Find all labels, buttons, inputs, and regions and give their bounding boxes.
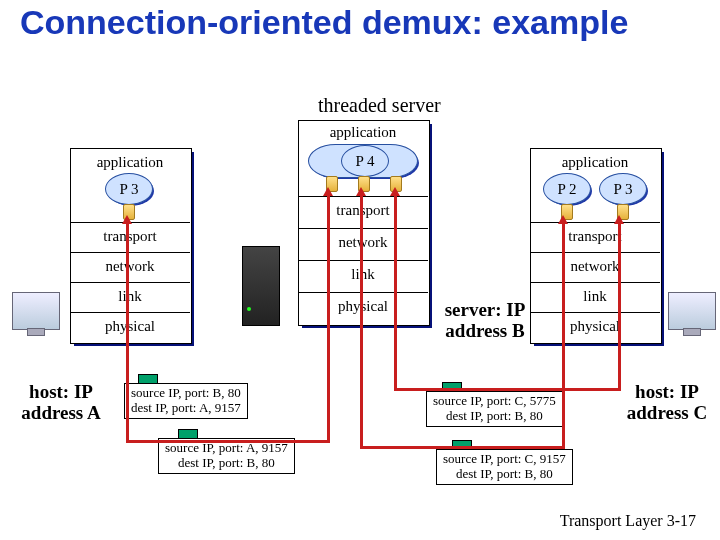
- layer-application: application: [530, 154, 660, 171]
- proc-p2: P 2: [543, 173, 591, 205]
- packet-ba: source IP, port: B, 80 dest IP, port: A,…: [124, 383, 248, 419]
- server-b-label: server: IP address B: [430, 300, 540, 342]
- slide-title: Connection-oriented demux: example: [20, 4, 628, 41]
- arrow-icon: [390, 187, 400, 196]
- server-icon: [242, 246, 280, 326]
- flow-line: [327, 195, 330, 443]
- monitor-icon: [12, 292, 60, 330]
- proc-p3-c: P 3: [599, 173, 647, 205]
- footer: Transport Layer 3-17: [560, 512, 696, 530]
- stack-host-c: application P 2 P 3 transport network li…: [530, 148, 660, 342]
- flow-line: [126, 223, 129, 443]
- layer-transport: transport: [530, 228, 660, 245]
- host-c-label: host: IP address C: [622, 382, 712, 424]
- host-a-label: host: IP address A: [16, 382, 106, 424]
- slide: Connection-oriented demux: example threa…: [0, 0, 720, 540]
- flow-line: [394, 195, 397, 391]
- layer-link: link: [70, 288, 190, 305]
- layer-link: link: [298, 266, 428, 283]
- packet-cb2: source IP, port: C, 9157 dest IP, port: …: [436, 449, 573, 485]
- arrow-icon: [614, 215, 624, 224]
- layer-physical: physical: [298, 298, 428, 315]
- layer-link: link: [530, 288, 660, 305]
- threaded-label: threaded server: [318, 94, 441, 117]
- stack-server-b: application P 4 transport network link p…: [298, 120, 428, 324]
- arrow-icon: [558, 215, 568, 224]
- packet-cb1: source IP, port: C, 5775 dest IP, port: …: [426, 391, 563, 427]
- layer-network: network: [530, 258, 660, 275]
- layer-transport: transport: [70, 228, 190, 245]
- arrow-icon: [356, 187, 366, 196]
- layer-network: network: [298, 234, 428, 251]
- layer-transport: transport: [298, 202, 428, 219]
- stack-host-a: application P 3 transport network link p…: [70, 148, 190, 342]
- flow-line: [394, 388, 618, 391]
- arrow-icon: [323, 187, 333, 196]
- layer-application: application: [70, 154, 190, 171]
- layer-application: application: [298, 124, 428, 141]
- flow-line: [126, 440, 330, 443]
- layer-physical: physical: [70, 318, 190, 335]
- layer-physical: physical: [530, 318, 660, 335]
- proc-p4: P 4: [341, 145, 389, 177]
- arrow-icon: [122, 215, 132, 224]
- footer-text: Transport Layer: [560, 512, 663, 529]
- packet-ab: source IP, port: A, 9157 dest IP, port: …: [158, 438, 295, 474]
- footer-page: 3-17: [667, 512, 696, 529]
- monitor-icon: [668, 292, 716, 330]
- flow-line: [618, 223, 621, 391]
- flow-line: [360, 446, 562, 449]
- layer-network: network: [70, 258, 190, 275]
- flow-line: [562, 223, 565, 449]
- flow-line: [360, 195, 363, 449]
- proc-p3-a: P 3: [105, 173, 153, 205]
